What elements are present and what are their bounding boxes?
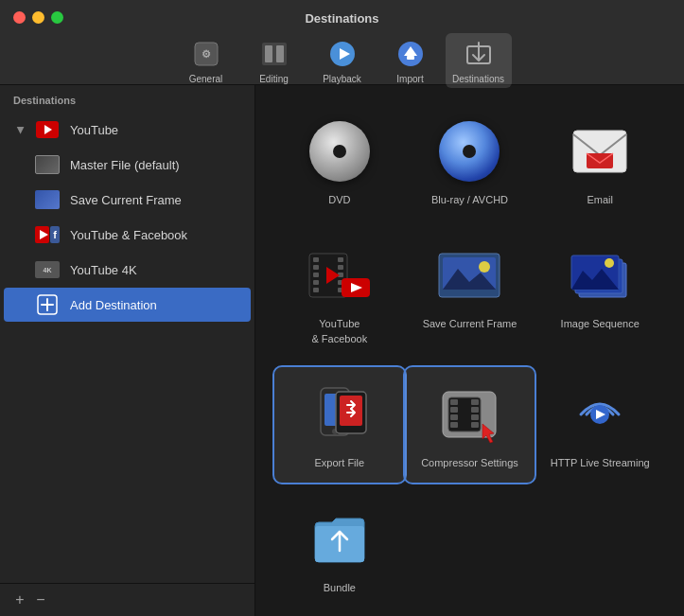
svg-text:⚙: ⚙: [202, 48, 211, 60]
toolbar-label-import: Import: [396, 74, 423, 84]
sidebar-label-youtube: YouTube: [70, 123, 237, 137]
image-seq-grid-icon: [566, 241, 634, 309]
bundle-grid-icon: [306, 505, 374, 573]
youtube-facebook-sidebar-icon: f: [34, 224, 61, 245]
save-frame-label: Save Current Frame: [423, 317, 517, 331]
http-streaming-label: HTTP Live Streaming: [551, 456, 650, 470]
toolbar-item-destinations[interactable]: Destinations: [446, 33, 512, 88]
sidebar-label-ytfb: YouTube & Facebook: [70, 228, 237, 242]
destinations-icon: [462, 37, 496, 71]
svg-rect-56: [471, 414, 479, 420]
toolbar-label-editing: Editing: [259, 74, 289, 84]
grid-item-http-streaming[interactable]: HTTP Live Streaming: [535, 367, 665, 482]
grid-item-export-file[interactable]: Export File: [274, 367, 405, 482]
sidebar-arrow-youtube: ▶: [16, 126, 26, 133]
title-bar: Destinations ⚙ General Editing: [0, 0, 684, 85]
grid-item-compressor[interactable]: Compressor Settings: [405, 367, 535, 482]
zoom-button[interactable]: [51, 11, 63, 24]
image-seq-label: Image Sequence: [561, 317, 640, 331]
svg-rect-53: [450, 422, 458, 428]
svg-rect-52: [450, 414, 458, 420]
sidebar-header: Destinations: [0, 85, 254, 112]
master-file-sidebar-icon: [34, 154, 61, 175]
youtube-sidebar-icon: [34, 119, 61, 140]
minimize-button[interactable]: [32, 11, 44, 24]
toolbar: ⚙ General Editing: [173, 33, 512, 88]
toolbar-label-general: General: [189, 74, 223, 84]
toolbar-item-general[interactable]: ⚙ General: [173, 33, 239, 88]
dvd-label: DVD: [328, 193, 350, 207]
sidebar-item-youtube[interactable]: ▶ YouTube: [4, 113, 251, 147]
sidebar-label-add: Add Destination: [70, 298, 237, 312]
sidebar-item-youtube-4k[interactable]: ▶ 4K YouTube 4K: [4, 253, 251, 287]
svg-rect-22: [313, 265, 319, 270]
toolbar-item-playback[interactable]: Playback: [309, 33, 376, 88]
export-file-grid-icon: [306, 380, 374, 449]
svg-rect-3: [265, 45, 272, 62]
destinations-grid: DVD Blu-ray / AVCHD: [274, 104, 665, 607]
bluray-label: Blu-ray / AVCHD: [431, 193, 508, 207]
add-destination-sidebar-icon: [34, 294, 61, 315]
svg-point-37: [479, 261, 490, 273]
toolbar-label-destinations: Destinations: [452, 74, 504, 84]
grid-item-save-frame[interactable]: Save Current Frame: [405, 228, 535, 358]
sidebar-label-master: Master File (default): [70, 158, 237, 172]
bundle-label: Bundle: [324, 581, 356, 595]
grid-item-bundle[interactable]: Bundle: [274, 492, 405, 607]
remove-button[interactable]: −: [30, 590, 51, 610]
svg-rect-57: [471, 422, 479, 428]
toolbar-label-playback: Playback: [323, 74, 361, 84]
youtube-4k-sidebar-icon: 4K: [34, 259, 61, 280]
http-streaming-grid-icon: [566, 380, 634, 449]
grid-item-ytfb[interactable]: YouTube& Facebook: [274, 228, 405, 358]
add-button[interactable]: +: [9, 590, 30, 610]
window-title: Destinations: [305, 11, 378, 26]
toolbar-item-editing[interactable]: Editing: [241, 33, 307, 88]
svg-point-42: [605, 258, 614, 268]
svg-rect-47: [340, 396, 362, 426]
email-grid-icon: [566, 117, 634, 185]
general-icon: ⚙: [189, 37, 223, 71]
sidebar-label-yt4k: YouTube 4K: [70, 263, 237, 277]
close-button[interactable]: [13, 11, 26, 24]
svg-rect-26: [338, 257, 343, 262]
export-file-label: Export File: [315, 456, 365, 470]
editing-icon: [257, 37, 291, 71]
svg-rect-9: [407, 56, 414, 60]
sidebar-item-add-destination[interactable]: ▶ Add Destination: [4, 288, 251, 322]
sidebar-item-save-frame[interactable]: ▶ Save Current Frame: [4, 183, 251, 217]
grid-item-email[interactable]: Email: [535, 104, 665, 219]
ytfb-label: YouTube& Facebook: [311, 317, 367, 346]
sidebar: Destinations ▶ YouTube ▶ Master File (de…: [0, 85, 255, 616]
svg-rect-55: [471, 407, 479, 413]
svg-rect-54: [471, 399, 479, 405]
toolbar-item-import[interactable]: Import: [377, 33, 444, 88]
sidebar-list: ▶ YouTube ▶ Master File (default) ▶: [0, 112, 254, 583]
playback-icon: [325, 37, 360, 71]
ytfb-grid-icon: [306, 241, 374, 309]
main-content: Destinations ▶ YouTube ▶ Master File (de…: [0, 85, 684, 616]
grid-panel: DVD Blu-ray / AVCHD: [255, 85, 684, 616]
svg-rect-51: [450, 407, 458, 413]
sidebar-item-master-file[interactable]: ▶ Master File (default): [4, 148, 251, 182]
svg-rect-4: [276, 45, 284, 62]
import-icon: [394, 37, 428, 71]
grid-item-image-sequence[interactable]: Image Sequence: [535, 228, 665, 358]
save-frame-grid-icon: [435, 241, 503, 309]
svg-rect-27: [338, 265, 343, 270]
grid-item-dvd[interactable]: DVD: [274, 104, 405, 219]
svg-text:f: f: [53, 229, 57, 240]
svg-rect-24: [313, 280, 319, 285]
svg-rect-25: [313, 288, 319, 292]
sidebar-footer: + −: [0, 583, 254, 616]
save-frame-sidebar-icon: [34, 189, 61, 210]
svg-rect-21: [313, 257, 319, 262]
svg-rect-50: [450, 399, 458, 405]
bluray-grid-icon: [435, 117, 503, 185]
compressor-grid-icon: [435, 380, 503, 449]
traffic-lights: [13, 11, 63, 24]
grid-item-bluray[interactable]: Blu-ray / AVCHD: [405, 104, 535, 219]
sidebar-label-frame: Save Current Frame: [70, 193, 237, 207]
sidebar-item-youtube-facebook[interactable]: ▶ f YouTube & Facebook: [4, 218, 251, 252]
compressor-label: Compressor Settings: [421, 456, 518, 470]
